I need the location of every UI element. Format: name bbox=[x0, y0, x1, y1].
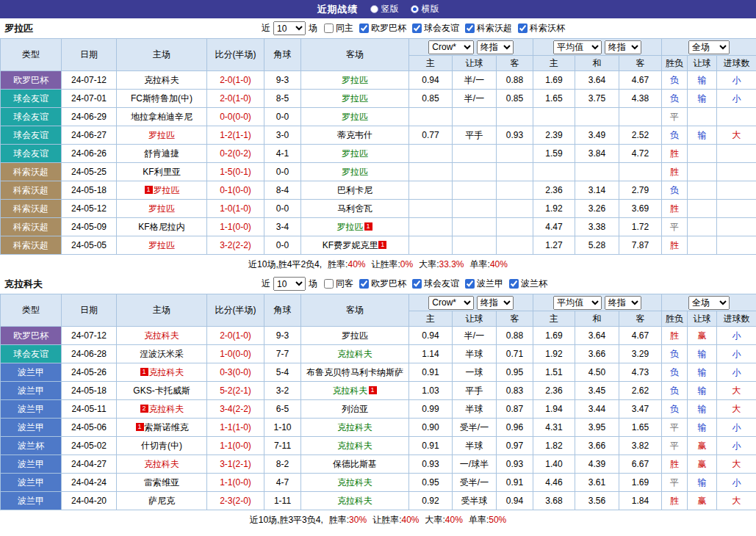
match-score[interactable]: 0-1(0-0) bbox=[207, 181, 264, 200]
competition-checkbox[interactable] bbox=[412, 23, 422, 33]
competition-badge[interactable]: 球会友谊 bbox=[1, 145, 62, 163]
same-venue-filter[interactable]: 同主 bbox=[324, 22, 353, 35]
odds-company-select[interactable]: Crow* bbox=[428, 40, 474, 54]
away-team[interactable]: 列治亚 bbox=[301, 400, 409, 419]
home-team[interactable]: 罗拉匹 bbox=[117, 200, 207, 218]
match-score[interactable]: 2-0(1-0) bbox=[207, 71, 264, 90]
away-team[interactable]: 保德比斯基 bbox=[301, 455, 409, 474]
competition-filter[interactable]: 波兰甲 bbox=[465, 278, 503, 290]
euro-stage-select[interactable]: 终指 bbox=[605, 40, 641, 54]
home-team[interactable]: 2克拉科夫 bbox=[117, 400, 207, 419]
match-score[interactable]: 0-0(0-0) bbox=[207, 108, 264, 126]
layout-option-vertical[interactable]: 竖版 bbox=[370, 3, 399, 15]
odds-stage-select[interactable]: 终指 bbox=[477, 40, 514, 54]
home-team[interactable]: 1克拉科夫 bbox=[117, 363, 207, 382]
competition-badge[interactable]: 科索沃超 bbox=[1, 200, 62, 218]
away-team[interactable]: 克拉科夫1 bbox=[301, 382, 409, 400]
match-score[interactable]: 1-0(1-0) bbox=[207, 200, 264, 218]
competition-badge[interactable]: 波兰杯 bbox=[1, 437, 62, 455]
home-team[interactable]: 罗拉匹 bbox=[117, 126, 207, 145]
match-score[interactable]: 1-5(0-1) bbox=[207, 163, 264, 181]
competition-filter[interactable]: 球会友谊 bbox=[412, 22, 459, 35]
home-team[interactable]: 1索斯诺维克 bbox=[117, 419, 207, 437]
layout-option-horizontal[interactable]: 横版 bbox=[411, 3, 439, 15]
competition-badge[interactable]: 波兰甲 bbox=[1, 492, 62, 510]
competition-badge[interactable]: 球会友谊 bbox=[1, 108, 62, 126]
match-count-select[interactable]: 10 bbox=[273, 277, 306, 291]
competition-badge[interactable]: 科索沃超 bbox=[1, 236, 62, 255]
away-team[interactable]: 克拉科夫 bbox=[301, 492, 409, 510]
competition-checkbox[interactable] bbox=[465, 23, 475, 33]
away-team[interactable]: 克拉科夫 bbox=[301, 437, 409, 455]
competition-badge[interactable]: 球会友谊 bbox=[1, 345, 62, 363]
home-team[interactable]: FC斯特鲁加(中) bbox=[117, 90, 207, 108]
home-team[interactable]: 罗拉匹 bbox=[117, 236, 207, 255]
competition-badge[interactable]: 欧罗巴杯 bbox=[1, 327, 62, 345]
competition-filter[interactable]: 科索沃超 bbox=[465, 22, 512, 35]
competition-badge[interactable]: 波兰甲 bbox=[1, 455, 62, 474]
same-venue-checkbox[interactable] bbox=[324, 279, 334, 289]
scope-select[interactable]: 全场 bbox=[688, 296, 730, 310]
away-team[interactable]: 罗拉匹 bbox=[301, 145, 409, 163]
competition-checkbox[interactable] bbox=[518, 23, 528, 33]
match-score[interactable]: 1-2(1-1) bbox=[207, 126, 264, 145]
competition-checkbox[interactable] bbox=[465, 279, 475, 289]
match-score[interactable]: 3-2(2-2) bbox=[207, 236, 264, 255]
match-score[interactable]: 1-0(0-0) bbox=[207, 345, 264, 363]
home-team[interactable]: GKS-卡托威斯 bbox=[117, 382, 207, 400]
home-team[interactable]: 克拉科夫 bbox=[117, 455, 207, 474]
away-team[interactable]: 罗拉匹 bbox=[301, 327, 409, 345]
competition-badge[interactable]: 波兰甲 bbox=[1, 474, 62, 492]
match-count-select[interactable]: 10 bbox=[273, 21, 306, 35]
match-score[interactable]: 1-1(0-0) bbox=[207, 437, 264, 455]
away-team[interactable]: 巴利卡尼 bbox=[301, 181, 409, 200]
home-team[interactable]: KF利里亚 bbox=[117, 163, 207, 181]
match-score[interactable]: 3-4(2-2) bbox=[207, 400, 264, 419]
home-team[interactable]: 涅波沃米采 bbox=[117, 345, 207, 363]
home-team[interactable]: 克拉科夫 bbox=[117, 71, 207, 90]
away-team[interactable]: 布鲁克贝特马利卡纳斯萨 bbox=[301, 363, 409, 382]
competition-badge[interactable]: 欧罗巴杯 bbox=[1, 71, 62, 90]
same-venue-checkbox[interactable] bbox=[324, 23, 334, 33]
competition-checkbox[interactable] bbox=[509, 279, 519, 289]
competition-badge[interactable]: 波兰甲 bbox=[1, 400, 62, 419]
competition-badge[interactable]: 球会友谊 bbox=[1, 90, 62, 108]
match-score[interactable]: 1-1(1-0) bbox=[207, 419, 264, 437]
away-team[interactable]: 罗拉匹 bbox=[301, 71, 409, 90]
home-team[interactable]: 萨尼克 bbox=[117, 492, 207, 510]
competition-filter[interactable]: 科索沃杯 bbox=[518, 22, 565, 35]
competition-checkbox[interactable] bbox=[359, 23, 369, 33]
home-team[interactable]: 什切青(中) bbox=[117, 437, 207, 455]
euro-company-select[interactable]: 平均值 bbox=[553, 40, 602, 54]
scope-select[interactable]: 全场 bbox=[688, 40, 730, 54]
competition-filter[interactable]: 波兰杯 bbox=[509, 278, 547, 290]
home-team[interactable]: 雷索维亚 bbox=[117, 474, 207, 492]
match-score[interactable]: 3-1(2-1) bbox=[207, 455, 264, 474]
match-score[interactable]: 1-1(0-0) bbox=[207, 474, 264, 492]
odds-stage-select[interactable]: 终指 bbox=[477, 296, 514, 310]
same-venue-filter[interactable]: 同客 bbox=[324, 278, 353, 290]
away-team[interactable]: 马利舍瓦 bbox=[301, 200, 409, 218]
away-team[interactable]: 罗拉匹 bbox=[301, 163, 409, 181]
away-team[interactable]: 克拉科夫 bbox=[301, 419, 409, 437]
competition-filter[interactable]: 球会友谊 bbox=[412, 278, 459, 290]
match-score[interactable]: 0-2(0-2) bbox=[207, 145, 264, 163]
competition-badge[interactable]: 科索沃超 bbox=[1, 218, 62, 236]
odds-company-select[interactable]: Crow* bbox=[428, 296, 474, 310]
competition-checkbox[interactable] bbox=[359, 279, 369, 289]
away-team[interactable]: 蒂克韦什 bbox=[301, 126, 409, 145]
home-team[interactable]: 舒肯迪捷 bbox=[117, 145, 207, 163]
competition-checkbox[interactable] bbox=[412, 279, 422, 289]
away-team[interactable]: 克拉科夫 bbox=[301, 474, 409, 492]
away-team[interactable]: 罗拉匹 bbox=[301, 90, 409, 108]
competition-badge[interactable]: 波兰甲 bbox=[1, 363, 62, 382]
home-team[interactable]: 1罗拉匹 bbox=[117, 181, 207, 200]
home-team[interactable]: KF格尼拉内 bbox=[117, 218, 207, 236]
away-team[interactable]: 罗拉匹 bbox=[301, 108, 409, 126]
competition-badge[interactable]: 波兰甲 bbox=[1, 382, 62, 400]
away-team[interactable]: KF费罗妮克里1 bbox=[301, 236, 409, 255]
home-team[interactable]: 克拉科夫 bbox=[117, 327, 207, 345]
match-score[interactable]: 2-0(1-0) bbox=[207, 90, 264, 108]
home-team[interactable]: 地拉拿柏迪辛尼 bbox=[117, 108, 207, 126]
away-team[interactable]: 克拉科夫 bbox=[301, 345, 409, 363]
